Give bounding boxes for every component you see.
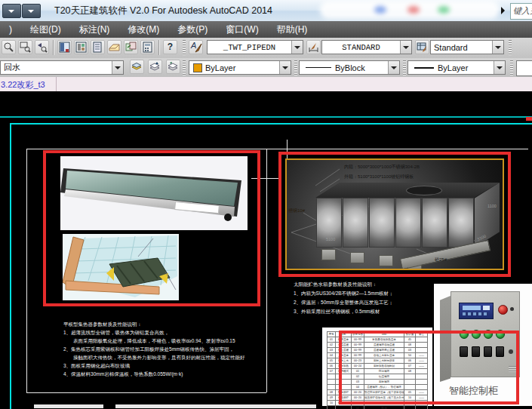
- layer-previous-icon[interactable]: [166, 60, 180, 74]
- table-cell: [404, 406, 416, 409]
- lineweight-combo[interactable]: ByLayer: [407, 60, 506, 75]
- note-line: 表面采用阳极氧化处理，降低成本，不褪色，吸收率α≥0.94、发射率ε≤0.15: [63, 337, 245, 345]
- layers-toolbar: 回水 ByLayer ByBlock ByLayer: [0, 58, 532, 78]
- note-line: 2、集热板芯采用紫铜板和铜管经加工阳极焊接处5mm铜板传热快、涂层牢固，: [63, 345, 245, 353]
- menu-item[interactable]: 帮助(H): [268, 23, 317, 36]
- dim-style-combo[interactable]: STANDARD: [321, 40, 412, 54]
- layer-combo[interactable]: 回水: [0, 60, 124, 75]
- menu-item[interactable]: 绘图(D): [21, 23, 70, 36]
- title-bar: T20天正建筑软件 V2.0 For Autodesk AutoCAD 2014…: [0, 0, 532, 22]
- make-layer-current-icon[interactable]: [148, 60, 162, 74]
- chevron-down-icon[interactable]: [492, 41, 503, 54]
- menu-bar: )绘图(D)标注(N)修改(M)参数(P)窗口(W)帮助(H): [0, 21, 532, 38]
- markup-set-icon[interactable]: [124, 40, 138, 54]
- quickcalc-icon[interactable]: [140, 40, 155, 54]
- zoom-window-icon[interactable]: [18, 40, 32, 54]
- table-cell: [416, 406, 428, 409]
- toolbar-grip[interactable]: [510, 60, 513, 75]
- menu-item[interactable]: 窗口(W): [217, 23, 267, 36]
- chevron-down-icon[interactable]: [112, 61, 123, 74]
- tank-front-panels: [316, 198, 474, 248]
- red-edge-mark: [526, 117, 532, 121]
- linetype-combo[interactable]: ByBlock: [299, 60, 400, 75]
- help-icon[interactable]: ?: [163, 40, 177, 54]
- table-style-combo[interactable]: Standard: [430, 40, 504, 54]
- note-line: 3、面板采用钢化超白布纹玻璃: [63, 361, 245, 370]
- emergency-button: [498, 305, 508, 315]
- sheetset-manager-icon[interactable]: [107, 40, 121, 54]
- partial-combo[interactable]: [516, 60, 532, 76]
- layer-properties-icon[interactable]: [130, 60, 144, 74]
- table-cell: 09: [328, 395, 336, 401]
- infocenter-arrow-icon[interactable]: [501, 7, 509, 14]
- combo-value: ByLayer: [205, 63, 279, 72]
- titleblock-cell-partial: [34, 404, 103, 408]
- toolbar-grip[interactable]: [294, 60, 297, 75]
- match-properties-icon[interactable]: A: [189, 40, 203, 54]
- chevron-down-icon[interactable]: [494, 61, 505, 74]
- combo-value: 回水: [1, 62, 112, 73]
- tool-palettes-icon[interactable]: [91, 40, 105, 54]
- quick-access-dropdown-icon[interactable]: [2, 4, 21, 18]
- tank-label-concrete: 砼25#: [435, 257, 447, 263]
- menu-item[interactable]: 参数(P): [168, 23, 217, 36]
- tank-photo: 内箱：5000*3000*1000不锈钢304-2B 外箱：5100*3100*…: [285, 158, 504, 270]
- cyan-frame-left: [10, 123, 11, 409]
- autocad-window: T20天正建筑软件 V2.0 For Autodesk AutoCAD 2014…: [0, 0, 532, 409]
- note-line: 2、保温层：50mm厚全塑整体高压发泡工艺；: [294, 298, 394, 307]
- combo-value: _TWT_PIPEDN: [208, 43, 291, 52]
- drawing-canvas[interactable]: 平板型集热器参数材质及性能说明：1、超薄流线型全铜管，吸热体为铜铝复合高效， 表…: [0, 91, 532, 409]
- table-cell: [336, 406, 352, 409]
- table-cell: 08: [328, 390, 336, 395]
- toolbar-grip[interactable]: [403, 60, 406, 75]
- small-knob: [510, 307, 514, 311]
- menu-item[interactable]: ): [0, 24, 21, 35]
- table-cell: 02: [328, 343, 336, 348]
- blur-dot-green: [438, 6, 450, 14]
- roof-install-diagram: [63, 234, 179, 300]
- cyan-frame-top: [10, 123, 532, 125]
- tank-label-channel: 槽钢10#: [288, 208, 305, 214]
- titleblock-cell-partial: [115, 404, 316, 408]
- zoom-realtime-icon[interactable]: [2, 40, 16, 54]
- chevron-down-icon[interactable]: [388, 61, 399, 74]
- note-line: 3、外箱采用拉丝不锈钢板，0.5mm板材: [294, 307, 394, 316]
- drawing-tab[interactable]: 3.22改彩_t3: [1, 79, 45, 91]
- cyan-line-outer: [0, 116, 532, 118]
- table-cell: 06: [328, 364, 336, 369]
- chevron-down-icon[interactable]: [291, 41, 303, 54]
- table-cell: 02: [352, 406, 364, 409]
- menu-item[interactable]: 修改(M): [118, 23, 168, 36]
- note-line: 1、内箱为SUS304/2B不锈钢2—1.5mm板材；: [294, 289, 394, 298]
- toolbar-grip[interactable]: [509, 40, 512, 55]
- properties-palette-icon[interactable]: [57, 40, 72, 54]
- table-cell: 取消: [364, 406, 404, 409]
- note-line: 平板型集热器参数材质及性能说明：: [63, 320, 245, 328]
- tank-ann-inner: 内箱：5000*3000*1000不锈钢304-2B: [344, 164, 420, 171]
- frame-top-line: [26, 149, 528, 149]
- tab-separator: [56, 77, 57, 91]
- quick-access-dropdown2-icon[interactable]: [22, 4, 41, 18]
- combo-value: STANDARD: [322, 43, 400, 52]
- collector-photo: [60, 156, 248, 230]
- table-cell: 07: [328, 369, 336, 374]
- dim-style-icon[interactable]: [306, 40, 321, 54]
- zoom-previous-icon[interactable]: [35, 40, 49, 54]
- window-title: T20天正建筑软件 V2.0 For Autodesk AutoCAD 2014: [54, 5, 272, 17]
- pipe-style-combo[interactable]: _TWT_PIPEDN: [207, 40, 303, 54]
- tank-manhole: [406, 186, 442, 195]
- standard-toolbar: ? A _TWT_PIPEDN STANDARD Standard: [0, 38, 532, 59]
- search-input[interactable]: 键入关: [510, 3, 532, 20]
- chevron-down-icon[interactable]: [279, 61, 291, 74]
- frame-bottom-line: [26, 392, 266, 393]
- color-combo[interactable]: ByLayer: [189, 60, 291, 75]
- menu-item[interactable]: 标注(N): [70, 23, 119, 36]
- designcenter-icon[interactable]: [74, 40, 88, 54]
- display-screen: [463, 306, 481, 310]
- chevron-down-icon[interactable]: [400, 41, 411, 54]
- table-style-icon[interactable]: [415, 40, 429, 54]
- toolbar-grip[interactable]: [183, 60, 186, 75]
- lineweight-sample: [414, 67, 434, 69]
- toolbar-grip[interactable]: [183, 40, 186, 55]
- color-swatch: [193, 63, 202, 72]
